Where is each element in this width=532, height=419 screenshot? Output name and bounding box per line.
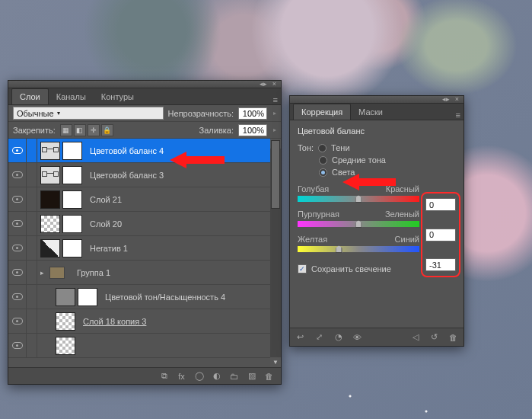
radio-highlights-label[interactable]: Света [332, 168, 355, 177]
lock-fill-row: Закрепить: ▦ ◧ ✛ 🔒 Заливка: 100% ▸ [8, 122, 281, 139]
layer-thumbnails [37, 142, 85, 160]
slider-right-label: Зеленый [385, 210, 419, 219]
collapse-icon[interactable]: ◂▸ [260, 81, 266, 88]
fx-icon[interactable]: fx [176, 370, 187, 382]
link-column [27, 187, 37, 211]
tab-layers[interactable]: Слои [11, 88, 49, 104]
layer-name[interactable]: Цветовой баланс 4 [85, 146, 164, 155]
close-icon[interactable]: × [454, 96, 460, 103]
lock-position-icon[interactable]: ✛ [88, 124, 100, 136]
layer-name[interactable]: Группа 1 [72, 268, 110, 277]
slider-track[interactable] [298, 196, 419, 202]
radio-midtones[interactable] [319, 156, 327, 165]
radio-shadows-label[interactable]: Тени [331, 143, 349, 152]
slider-left-label: Пурпурная [298, 210, 339, 219]
yellow-blue-value[interactable]: -31 [425, 258, 456, 271]
layer-thumbnails [37, 215, 85, 233]
scroll-down-icon[interactable]: ▼ [270, 357, 281, 367]
clip-icon[interactable]: ◔ [333, 331, 344, 343]
blend-mode-select[interactable]: Обычные ▾ [13, 107, 164, 120]
layer-row[interactable]: Цветовой тон/Насыщенность 4 [8, 285, 281, 309]
slider-track[interactable] [298, 221, 419, 227]
tab-paths[interactable]: Контуры [94, 89, 142, 104]
link-icon[interactable]: ⧉ [158, 370, 170, 382]
cyan-red-value[interactable]: 0 [425, 198, 456, 211]
fill-label: Заливка: [199, 126, 234, 135]
layer-row[interactable]: Негатив 1 [8, 236, 281, 261]
tone-label: Тон: [298, 143, 314, 152]
layer-row[interactable]: Слой 18 копия 3 [8, 309, 281, 334]
close-icon[interactable]: × [271, 81, 278, 88]
lock-image-icon[interactable]: ◧ [74, 124, 86, 136]
layer-name[interactable]: Цветовой тон/Насыщенность 4 [100, 293, 225, 302]
caret-icon[interactable]: ▸ [273, 126, 276, 133]
layer-row[interactable]: Слой 21 [8, 187, 281, 212]
visibility-toggle[interactable] [8, 212, 27, 235]
group-twisty-icon[interactable]: ▸ [37, 269, 46, 277]
layer-name[interactable]: Цветовой баланс 3 [85, 171, 164, 180]
previous-icon[interactable]: ◁ [409, 331, 421, 343]
caret-icon: ▾ [57, 110, 60, 117]
layer-thumbnails [53, 288, 100, 306]
magenta-green-value[interactable]: 0 [425, 229, 456, 241]
radio-highlights[interactable] [319, 168, 327, 177]
collapse-icon[interactable]: ◂▸ [442, 96, 449, 103]
panel-header[interactable]: ◂▸ × [8, 81, 281, 88]
eye-icon [12, 293, 23, 300]
layer-thumbnails [53, 312, 78, 331]
layer-row[interactable]: Цветовой баланс 3 [8, 163, 281, 187]
panel-menu-icon[interactable]: ≡ [273, 95, 278, 104]
link-column [27, 163, 37, 187]
tab-masks[interactable]: Маски [351, 104, 390, 120]
expand-icon[interactable]: ⤢ [314, 331, 325, 343]
scrollbar-thumb[interactable] [271, 140, 280, 209]
layer-row[interactable]: Цветовой баланс 4 [8, 139, 281, 163]
visibility-toggle[interactable] [8, 163, 27, 187]
lock-transparency-icon[interactable]: ▦ [60, 124, 72, 136]
new-layer-icon[interactable]: ▨ [246, 370, 257, 382]
radio-shadows[interactable] [318, 144, 327, 152]
blend-mode-value: Обычные [17, 109, 54, 118]
adjustments-panel: ◂▸ × Коррекция Маски ≡ Цветовой баланс Т… [289, 95, 464, 347]
eye-icon [12, 147, 23, 154]
mask-icon[interactable]: ◯ [193, 370, 205, 382]
visibility-toggle[interactable] [8, 309, 27, 333]
slider-track[interactable] [298, 246, 419, 252]
opacity-input[interactable]: 100% [238, 107, 267, 120]
tab-channels[interactable]: Каналы [49, 89, 94, 104]
scrollbar[interactable]: ▲ ▼ [270, 139, 281, 367]
preserve-luminosity-checkbox[interactable]: ✓ [298, 264, 307, 273]
adjustments-body: Цветовой баланс Тон: Тени Средние тона С… [290, 120, 464, 328]
layer-name[interactable]: Негатив 1 [85, 244, 128, 253]
radio-midtones-label[interactable]: Средние тона [332, 155, 386, 165]
lock-all-icon[interactable]: 🔒 [101, 124, 113, 136]
visibility-toggle[interactable] [8, 187, 27, 211]
caret-icon[interactable]: ▸ [273, 110, 276, 117]
visibility-toggle[interactable] [8, 261, 27, 284]
layer-row[interactable]: ▸Группа 1 [8, 261, 281, 285]
layer-row[interactable]: Слой 20 [8, 212, 281, 236]
visibility-toggle[interactable] [8, 334, 27, 357]
layer-thumbnails [37, 166, 85, 184]
panel-menu-icon[interactable]: ≡ [456, 110, 460, 120]
layer-name[interactable]: Слой 21 [85, 195, 122, 204]
reset-icon[interactable]: ↺ [428, 331, 440, 343]
visibility-icon[interactable]: 👁 [352, 331, 363, 343]
layer-name[interactable]: Слой 18 копия 3 [78, 317, 146, 326]
fill-input[interactable]: 100% [238, 124, 267, 136]
visibility-toggle[interactable] [8, 236, 27, 260]
visibility-toggle[interactable] [8, 139, 27, 162]
back-icon[interactable]: ↩ [295, 331, 306, 343]
panel-header[interactable]: ◂▸ × [290, 96, 464, 104]
layer-row[interactable] [8, 334, 281, 358]
tab-adjustments[interactable]: Коррекция [293, 104, 351, 120]
group-icon[interactable]: 🗀 [228, 370, 240, 382]
eye-icon [12, 171, 23, 178]
slider-right-label: Красный [386, 184, 419, 194]
layer-name[interactable]: Слой 20 [85, 219, 122, 229]
adjustment-icon[interactable]: ◐ [211, 370, 222, 382]
eye-icon [12, 342, 23, 349]
trash-icon[interactable]: 🗑 [263, 370, 275, 382]
trash-icon[interactable]: 🗑 [448, 331, 459, 343]
visibility-toggle[interactable] [8, 285, 27, 309]
